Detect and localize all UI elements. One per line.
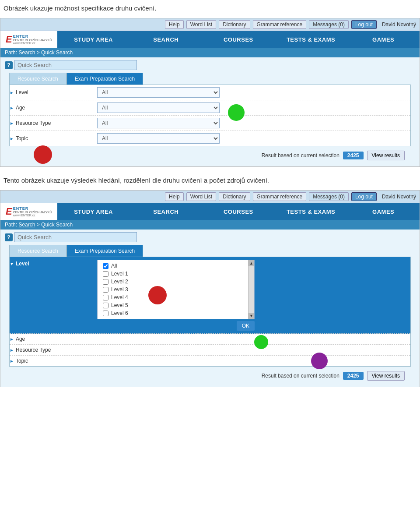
age-arrow: ► bbox=[10, 106, 14, 110]
age-row-2: ► Age bbox=[10, 334, 410, 345]
level-1-checkbox[interactable] bbox=[103, 271, 108, 277]
level-all-checkbox[interactable] bbox=[103, 263, 108, 269]
results-count: 2425 bbox=[343, 152, 364, 159]
question-icon-2: ? bbox=[5, 233, 13, 241]
nav-study-area-2[interactable]: STUDY AREA bbox=[57, 203, 130, 220]
grammar-ref-button-2[interactable]: Grammar reference bbox=[253, 192, 307, 201]
level-select[interactable]: All bbox=[97, 87, 220, 98]
grammar-ref-button[interactable]: Grammar reference bbox=[253, 20, 307, 29]
quick-search-bar: ? bbox=[5, 60, 415, 70]
level-4-checkbox[interactable] bbox=[103, 295, 108, 300]
scrollbar-up[interactable]: ▲ bbox=[248, 260, 254, 266]
search-form: ► Level All ► Age All bbox=[9, 85, 411, 146]
logo-nav-row: E ENTER CENTRUM CIZÍCH JAZYKŮ www.iENTER… bbox=[0, 31, 420, 48]
logout-button[interactable]: Log out bbox=[351, 20, 377, 29]
search-section-2: ? Resource Search Exam Preparation Searc… bbox=[0, 230, 420, 387]
nav-search[interactable]: SEARCH bbox=[130, 31, 202, 48]
dictionary-button[interactable]: Dictionary bbox=[219, 20, 250, 29]
exam-search-tab-2[interactable]: Exam Preparation Search bbox=[66, 245, 143, 257]
resource-type-arrow-2: ► bbox=[10, 348, 14, 353]
nav-courses-2[interactable]: COURSES bbox=[202, 203, 275, 220]
topic-row-2: ► Topic bbox=[10, 356, 410, 366]
messages-button[interactable]: Messages (0) bbox=[309, 20, 349, 29]
word-list-button[interactable]: Word List bbox=[186, 20, 216, 29]
level-3-item: Level 3 bbox=[101, 286, 251, 293]
messages-button-2[interactable]: Messages (0) bbox=[309, 192, 349, 201]
level-3-label: Level 3 bbox=[111, 286, 128, 293]
age-row: ► Age All bbox=[10, 100, 410, 116]
search-tabs: Resource Search Exam Preparation Search bbox=[9, 73, 415, 85]
level-5-checkbox[interactable] bbox=[103, 303, 108, 308]
age-label-col-2: ► Age bbox=[10, 336, 97, 342]
level-field: All bbox=[97, 87, 410, 98]
breadcrumb-search-link-2[interactable]: Search bbox=[18, 222, 35, 228]
results-bar-2: Result based on current selection 2425 V… bbox=[9, 367, 411, 384]
ok-button[interactable]: OK bbox=[237, 321, 255, 331]
topic-select[interactable]: All bbox=[97, 133, 220, 144]
logo-nav-row-2: E ENTER CENTRUM CIZÍCH JAZYKŮ www.iENTER… bbox=[0, 203, 420, 220]
level-label-col: ► Level bbox=[10, 89, 97, 95]
nav-search-2[interactable]: SEARCH bbox=[130, 203, 202, 220]
breadcrumb-path-label-2: Path: bbox=[5, 222, 17, 228]
resource-type-row-2: ► Resource Type bbox=[10, 345, 410, 356]
breadcrumb-current: Quick Search bbox=[41, 49, 73, 56]
topic-arrow-2: ► bbox=[10, 359, 14, 364]
nav-tests[interactable]: TESTS & EXAMS bbox=[275, 31, 347, 48]
annotation-circle-red-2 bbox=[148, 286, 167, 304]
resource-type-label-2: Resource Type bbox=[16, 347, 51, 353]
level-6-checkbox[interactable] bbox=[103, 311, 108, 316]
search-form-2: ▼ Level All Level 1 bbox=[9, 257, 411, 367]
age-select[interactable]: All bbox=[97, 102, 220, 113]
logo-area: E ENTER CENTRUM CIZÍCH JAZYKŮ www.iENTER… bbox=[0, 31, 57, 48]
top-bar-2: Help Word List Dictionary Grammar refere… bbox=[0, 191, 420, 203]
view-results-button[interactable]: View results bbox=[367, 151, 405, 160]
level-5-item: Level 5 bbox=[101, 301, 251, 309]
quick-search-input[interactable] bbox=[14, 60, 137, 70]
logo-url: www.iENTER.cz bbox=[13, 42, 35, 45]
quick-search-input-2[interactable] bbox=[14, 232, 137, 242]
nav-tests-2[interactable]: TESTS & EXAMS bbox=[275, 203, 347, 220]
exam-search-tab[interactable]: Exam Preparation Search bbox=[66, 73, 143, 85]
outro-text: Tento obrázek ukazuje výsledek hledání, … bbox=[0, 170, 420, 187]
annotation-circle-green-1 bbox=[228, 104, 245, 121]
breadcrumb-path-label: Path: bbox=[5, 49, 17, 56]
topic-field: All bbox=[97, 133, 410, 144]
age-label: Age bbox=[16, 105, 25, 111]
nav-games[interactable]: GAMES bbox=[347, 31, 420, 48]
age-label-2: Age bbox=[16, 336, 25, 342]
user-name-2: David Novotný bbox=[382, 194, 416, 200]
topic-label: Topic bbox=[16, 135, 28, 141]
dictionary-button-2[interactable]: Dictionary bbox=[219, 192, 250, 201]
level-5-label: Level 5 bbox=[111, 302, 128, 308]
resource-search-tab-2[interactable]: Resource Search bbox=[9, 245, 66, 257]
help-button[interactable]: Help bbox=[165, 20, 184, 29]
logout-button-2[interactable]: Log out bbox=[351, 192, 377, 201]
help-button-2[interactable]: Help bbox=[165, 192, 184, 201]
logo-icon-2: E bbox=[6, 206, 12, 217]
resource-search-tab[interactable]: Resource Search bbox=[9, 73, 66, 85]
nav-games-2[interactable]: GAMES bbox=[347, 203, 420, 220]
nav-courses[interactable]: COURSES bbox=[202, 31, 275, 48]
resource-type-row: ► Resource Type All bbox=[10, 116, 410, 131]
level-arrow: ► bbox=[10, 90, 14, 95]
level-3-checkbox[interactable] bbox=[103, 287, 108, 293]
scrollbar-down[interactable]: ▼ bbox=[248, 313, 254, 319]
word-list-button-2[interactable]: Word List bbox=[186, 192, 216, 201]
resource-type-label-col: ► Resource Type bbox=[10, 120, 97, 126]
level-label: Level bbox=[16, 89, 28, 95]
breadcrumb-2: Path: Search > Quick Search bbox=[0, 220, 420, 230]
level-2-checkbox[interactable] bbox=[103, 279, 108, 285]
resource-type-select[interactable]: All bbox=[97, 118, 220, 128]
scrollbar: ▲ ▼ bbox=[248, 260, 254, 319]
logo-name: ENTER bbox=[13, 35, 29, 39]
search-tabs-2: Resource Search Exam Preparation Search bbox=[9, 245, 415, 257]
nav-study-area[interactable]: STUDY AREA bbox=[57, 31, 130, 48]
resource-type-label-col-2: ► Resource Type bbox=[10, 347, 97, 353]
logo-icon: E bbox=[6, 34, 12, 45]
breadcrumb-search-link[interactable]: Search bbox=[18, 49, 35, 56]
level-6-item: Level 6 bbox=[101, 309, 251, 317]
breadcrumb: Path: Search > Quick Search bbox=[0, 48, 420, 57]
screenshot-2: Help Word List Dictionary Grammar refere… bbox=[0, 190, 420, 387]
level-6-label: Level 6 bbox=[111, 310, 128, 316]
view-results-button-2[interactable]: View results bbox=[367, 371, 405, 381]
